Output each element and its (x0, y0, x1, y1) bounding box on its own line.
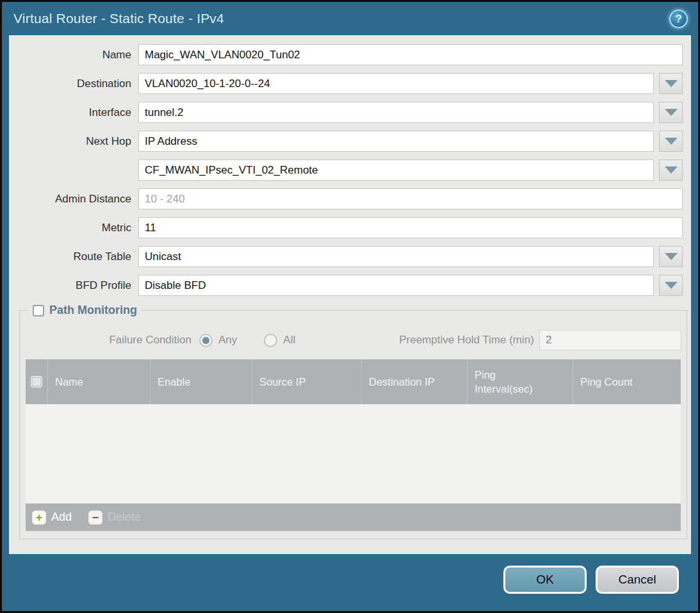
minus-icon: − (88, 511, 102, 525)
next-hop-type-input[interactable] (138, 131, 654, 152)
radio-any-label: Any (218, 334, 237, 347)
chevron-down-icon (665, 80, 678, 87)
admin-distance-input[interactable] (138, 188, 683, 209)
select-all-cell (26, 359, 47, 404)
dialog-content: Name Destination Interface Next Hop (9, 35, 691, 554)
table-toolbar: + Add − Delete (26, 503, 681, 531)
radio-any (199, 334, 213, 347)
chevron-down-icon (665, 282, 678, 289)
preemptive-hold-time-label: Preemptive Hold Time (min) (399, 334, 534, 347)
delete-button-label: Delete (108, 511, 141, 524)
metric-row: Metric (9, 217, 683, 238)
ok-button[interactable]: OK (503, 566, 587, 594)
route-table-dropdown-button[interactable] (659, 246, 683, 267)
name-input[interactable] (138, 44, 683, 65)
interface-row: Interface (9, 102, 683, 123)
radio-all (264, 334, 277, 347)
column-header-ping-count: Ping Count (573, 359, 681, 404)
path-monitoring-checkbox[interactable] (33, 305, 44, 316)
column-header-enable: Enable (150, 359, 252, 404)
next-hop-label: Next Hop (9, 135, 138, 148)
column-header-ping-interval: Ping Interval(sec) (467, 359, 573, 404)
interface-dropdown-button[interactable] (659, 102, 683, 123)
metric-label: Metric (9, 222, 138, 234)
interface-input[interactable] (138, 102, 654, 123)
failure-condition-all-option: All (264, 334, 295, 347)
path-monitoring-table: Name Enable Source IP Destination IP Pin… (26, 359, 681, 531)
path-monitoring-section: Path Monitoring Failure Condition Any Al… (19, 304, 687, 539)
static-route-dialog: Virtual Router - Static Route - IPv4 ? N… (0, 0, 700, 613)
name-label: Name (9, 49, 138, 61)
next-hop-address-row (9, 159, 683, 181)
table-body-empty (26, 404, 681, 503)
select-all-checkbox (31, 376, 42, 388)
bfd-profile-input[interactable] (138, 275, 654, 296)
table-header: Name Enable Source IP Destination IP Pin… (26, 359, 681, 404)
add-button[interactable]: + Add (32, 511, 72, 525)
failure-condition-any-option: Any (199, 334, 237, 347)
next-hop-address-dropdown-button[interactable] (659, 159, 683, 181)
destination-dropdown-button[interactable] (659, 73, 683, 94)
failure-condition-label: Failure Condition (25, 334, 199, 347)
chevron-down-icon (665, 109, 678, 116)
name-row: Name (9, 44, 683, 65)
dialog-footer: OK Cancel (2, 554, 698, 611)
bfd-profile-label: BFD Profile (9, 279, 138, 292)
chevron-down-icon (665, 138, 678, 145)
title-bar: Virtual Router - Static Route - IPv4 ? (2, 2, 698, 35)
radio-all-label: All (283, 334, 295, 347)
next-hop-row: Next Hop (9, 131, 683, 152)
cancel-button[interactable]: Cancel (596, 566, 679, 594)
destination-row: Destination (9, 73, 683, 94)
path-monitoring-title: Path Monitoring (49, 304, 137, 317)
dialog-title: Virtual Router - Static Route - IPv4 (13, 11, 224, 26)
next-hop-address-input[interactable] (138, 159, 654, 181)
plus-icon: + (32, 511, 46, 525)
chevron-down-icon (665, 167, 678, 174)
admin-distance-row: Admin Distance (9, 188, 683, 209)
column-header-name: Name (47, 359, 150, 404)
route-table-input[interactable] (138, 246, 654, 267)
add-button-label: Add (51, 511, 72, 524)
admin-distance-label: Admin Distance (9, 193, 138, 206)
route-table-label: Route Table (9, 250, 138, 263)
interface-label: Interface (9, 106, 138, 119)
destination-input[interactable] (138, 73, 654, 94)
next-hop-type-dropdown-button[interactable] (659, 131, 683, 152)
help-icon[interactable]: ? (669, 10, 688, 28)
bfd-profile-dropdown-button[interactable] (659, 275, 683, 296)
bfd-profile-row: BFD Profile (9, 275, 683, 296)
failure-condition-row: Failure Condition Any All Preemptive Hol… (25, 330, 681, 350)
route-table-row: Route Table (9, 246, 683, 267)
destination-label: Destination (9, 78, 138, 90)
chevron-down-icon (665, 253, 678, 260)
metric-input[interactable] (138, 217, 683, 238)
path-monitoring-legend: Path Monitoring (29, 304, 141, 317)
column-header-source-ip: Source IP (252, 359, 361, 404)
column-header-destination-ip: Destination IP (361, 359, 467, 404)
preemptive-hold-time-input (539, 330, 681, 350)
delete-button: − Delete (88, 511, 141, 525)
